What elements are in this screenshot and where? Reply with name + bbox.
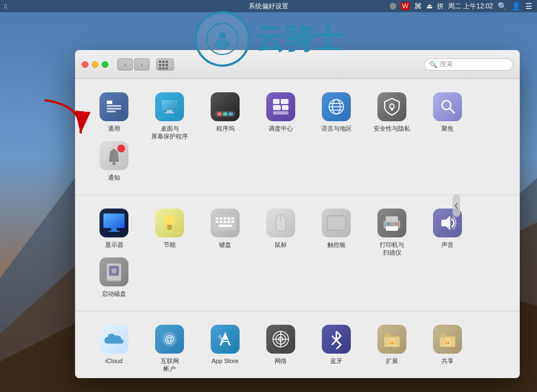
svg-rect-12 bbox=[107, 108, 121, 110]
notification-label: 通知 bbox=[108, 173, 120, 181]
icon-item-icloud[interactable]: iCloud bbox=[86, 320, 142, 369]
svg-rect-40 bbox=[108, 231, 120, 232]
icon-item-dock[interactable]: 程序坞 bbox=[197, 88, 253, 137]
trackpad-label: 触控板 bbox=[327, 241, 346, 249]
printer-icon bbox=[377, 209, 406, 237]
svg-rect-15 bbox=[162, 100, 177, 110]
svg-rect-16 bbox=[167, 110, 172, 112]
icon-item-startup[interactable]: 启动磁盘 bbox=[86, 253, 142, 302]
icon-item-mouse[interactable]: 鼠标 bbox=[253, 204, 309, 253]
keyboard-label: 键盘 bbox=[219, 241, 231, 249]
icon-item-language[interactable]: 语言与地区 bbox=[309, 88, 364, 137]
icon-item-printer[interactable]: 打印机与 扫描仪 bbox=[364, 204, 420, 253]
svg-rect-11 bbox=[107, 105, 121, 107]
svg-rect-10 bbox=[107, 101, 112, 104]
svg-rect-54 bbox=[218, 225, 232, 227]
display-icon bbox=[100, 209, 128, 237]
svg-rect-58 bbox=[386, 216, 398, 222]
maximize-button[interactable] bbox=[102, 61, 108, 68]
search-box[interactable]: 🔍 搜索 bbox=[424, 58, 513, 71]
watermark: 云骑士 bbox=[195, 11, 342, 67]
dock-icon bbox=[211, 92, 240, 121]
menubar-right: W ⌘ ⏏ 拼 周二 上午12:02 🔍 👤 ☰ bbox=[390, 2, 533, 11]
nav-buttons: ‹ › bbox=[117, 58, 150, 71]
section-personal: 通用 bbox=[75, 79, 520, 195]
icon-item-appstore[interactable]: App Store bbox=[197, 320, 253, 369]
menu-icon[interactable]: ☰ bbox=[525, 2, 533, 11]
record-icon bbox=[390, 3, 396, 9]
icon-item-network[interactable]: 网络 bbox=[253, 320, 309, 369]
svg-rect-48 bbox=[231, 217, 234, 220]
icon-item-extensions[interactable]: ! 扩展 bbox=[364, 320, 420, 369]
svg-rect-45 bbox=[220, 217, 222, 220]
spotlight-label: 聚焦 bbox=[441, 125, 454, 132]
watermark-logo bbox=[195, 11, 250, 67]
svg-rect-13 bbox=[107, 111, 116, 112]
appstore-icon bbox=[211, 325, 240, 354]
user-icon[interactable]: 👤 bbox=[511, 2, 521, 11]
icon-item-sharing[interactable]: ! 共享 bbox=[420, 320, 475, 369]
svg-text:@: @ bbox=[165, 334, 175, 345]
close-button[interactable] bbox=[82, 61, 88, 68]
svg-point-32 bbox=[390, 104, 394, 108]
svg-point-36 bbox=[112, 162, 116, 165]
icon-item-display[interactable]: 显示器 bbox=[86, 204, 142, 253]
sidebar-toggle-button[interactable] bbox=[453, 195, 460, 217]
appstore-label: App Store bbox=[212, 357, 239, 365]
icon-item-notification[interactable]: 通知 bbox=[86, 137, 142, 186]
menubar:  系统偏好设置 W ⌘ ⏏ 拼 周二 上午12:02 🔍 👤 ☰ bbox=[0, 0, 537, 12]
dock-label: 程序坞 bbox=[216, 125, 235, 132]
svg-rect-52 bbox=[227, 221, 230, 223]
general-icon bbox=[100, 92, 128, 121]
printer-label: 打印机与 扫描仪 bbox=[380, 241, 404, 257]
spotlight-icon bbox=[433, 92, 462, 121]
svg-point-66 bbox=[113, 270, 115, 272]
back-button[interactable]: ‹ bbox=[117, 58, 133, 71]
icon-item-mission[interactable]: 调度中心 bbox=[253, 88, 309, 137]
sound-label: 声音 bbox=[441, 241, 454, 249]
icon-item-sound[interactable]: 声音 bbox=[420, 204, 475, 253]
svg-rect-56 bbox=[327, 216, 346, 230]
energy-icon bbox=[155, 209, 184, 237]
grid-view-button[interactable] bbox=[156, 58, 174, 71]
icon-item-trackpad[interactable]: 触控板 bbox=[309, 204, 364, 253]
icon-item-internet[interactable]: @ 互联网 帐户 bbox=[142, 320, 197, 369]
startup-label: 启动磁盘 bbox=[102, 290, 126, 297]
icon-item-energy[interactable]: 节能 bbox=[142, 204, 197, 253]
eject-icon[interactable]: ⏏ bbox=[426, 2, 432, 10]
menubar-title: 系统偏好设置 bbox=[248, 2, 289, 11]
icon-item-bluetooth[interactable]: 蓝牙 bbox=[309, 320, 364, 369]
svg-rect-44 bbox=[216, 217, 218, 220]
wifi-icon[interactable]: ⌘ bbox=[414, 2, 422, 11]
traffic-lights bbox=[82, 61, 108, 68]
mouse-icon bbox=[266, 209, 295, 237]
icon-item-general[interactable]: 通用 bbox=[86, 88, 142, 137]
mouse-label: 鼠标 bbox=[275, 241, 287, 249]
svg-rect-25 bbox=[282, 105, 289, 110]
startup-icon bbox=[100, 257, 128, 286]
mission-label: 调度中心 bbox=[268, 125, 293, 132]
icon-item-desktop[interactable]: 桌面与 屏幕保护程序 bbox=[142, 88, 197, 137]
spotlight-menubar-icon[interactable]: 🔍 bbox=[498, 2, 507, 11]
svg-rect-39 bbox=[111, 228, 117, 231]
svg-rect-33 bbox=[391, 108, 393, 111]
desktop-icon bbox=[155, 92, 184, 121]
search-icon: 🔍 bbox=[429, 61, 437, 68]
input-method-icon[interactable]: 拼 bbox=[437, 2, 444, 11]
trackpad-icon bbox=[322, 209, 351, 237]
icloud-icon bbox=[100, 325, 128, 354]
svg-point-5 bbox=[215, 40, 230, 49]
icon-item-keyboard[interactable]: 键盘 bbox=[197, 204, 253, 253]
svg-rect-59 bbox=[386, 226, 398, 231]
network-icon bbox=[266, 325, 295, 354]
forward-button[interactable]: › bbox=[134, 58, 150, 71]
icon-item-spotlight[interactable]: 聚焦 bbox=[420, 88, 475, 137]
svg-text:!: ! bbox=[391, 339, 393, 345]
icon-item-security[interactable]: 安全性与隐私 bbox=[364, 88, 420, 137]
language-icon bbox=[322, 92, 351, 121]
svg-rect-51 bbox=[223, 221, 226, 223]
keyboard-icon bbox=[211, 209, 240, 237]
minimize-button[interactable] bbox=[92, 61, 98, 68]
network-label: 网络 bbox=[275, 357, 287, 365]
apple-menu-icon[interactable]:  bbox=[4, 2, 7, 10]
